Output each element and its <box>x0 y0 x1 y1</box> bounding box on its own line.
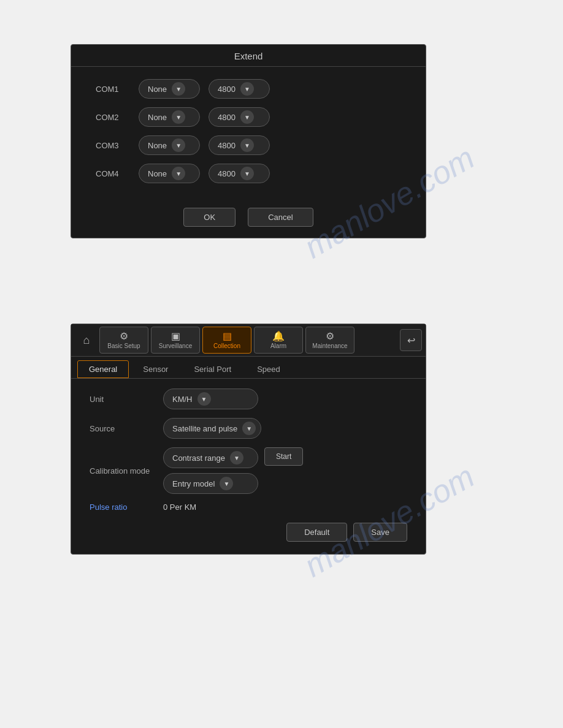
tab-alarm[interactable]: 🔔 Alarm <box>254 327 303 354</box>
pulse-row: Pulse ratio 0 Per KM <box>90 502 407 512</box>
tab-surveillance[interactable]: ▣ Surveillance <box>151 327 200 354</box>
com2-type-value: None <box>148 113 167 122</box>
home-icon: ⌂ <box>83 334 90 347</box>
ok-button[interactable]: OK <box>183 208 236 227</box>
toolbar: ⌂ ⚙ Basic Setup ▣ Surveillance ▤ Collect… <box>71 324 426 357</box>
subtab-general[interactable]: General <box>77 360 129 378</box>
collection-content: Unit KM/H ▼ Source Satellite and pulse ▼… <box>71 379 426 554</box>
extend-dialog: Extend COM1 None ▼ 4800 ▼ COM2 None ▼ 48… <box>71 44 426 238</box>
save-button[interactable]: Save <box>353 523 407 542</box>
com4-label: COM4 <box>96 169 139 178</box>
basic-setup-icon: ⚙ <box>120 332 128 341</box>
calibration-row: Calibration mode Contrast range ▼ Entry … <box>90 447 407 494</box>
source-dropdown[interactable]: Satellite and pulse ▼ <box>163 418 261 439</box>
com2-baud-value: 4800 <box>218 113 236 122</box>
com4-baud-arrow: ▼ <box>240 167 254 180</box>
surveillance-label: Surveillance <box>159 343 192 349</box>
collection-label: Collection <box>213 343 240 349</box>
extend-title: Extend <box>71 45 426 67</box>
com4-baud-value: 4800 <box>218 169 236 178</box>
com2-type-arrow: ▼ <box>172 110 185 124</box>
com2-baud-dropdown[interactable]: 4800 ▼ <box>209 107 270 127</box>
extend-footer: OK Cancel <box>71 202 426 238</box>
unit-arrow: ▼ <box>197 392 211 406</box>
source-value: Satellite and pulse <box>172 424 237 433</box>
extend-body: COM1 None ▼ 4800 ▼ COM2 None ▼ 4800 ▼ <box>71 67 426 202</box>
back-icon: ↩ <box>407 335 415 346</box>
cancel-button[interactable]: Cancel <box>248 208 313 227</box>
subtab-serial-port[interactable]: Serial Port <box>182 360 243 378</box>
subtab-sensor[interactable]: Sensor <box>131 360 180 378</box>
alarm-icon: 🔔 <box>272 332 285 341</box>
com1-type-dropdown[interactable]: None ▼ <box>139 79 200 99</box>
pulse-value: 0 Per KM <box>163 502 196 512</box>
start-button[interactable]: Start <box>264 447 303 466</box>
calibration-label: Calibration mode <box>90 466 163 476</box>
calibration-dropdowns: Contrast range ▼ Entry model ▼ <box>163 447 258 494</box>
com3-baud-arrow: ▼ <box>240 138 254 152</box>
tab-basic-setup[interactable]: ⚙ Basic Setup <box>99 327 148 354</box>
com3-type-arrow: ▼ <box>172 138 185 152</box>
subtab-speed[interactable]: Speed <box>245 360 292 378</box>
tab-maintenance[interactable]: ⚙ Maintenance <box>305 327 354 354</box>
calibration-value2: Entry model <box>172 479 215 488</box>
com3-baud-dropdown[interactable]: 4800 ▼ <box>209 135 270 155</box>
source-label: Source <box>90 424 163 433</box>
calibration-inner: Contrast range ▼ Entry model ▼ Start <box>163 447 303 494</box>
default-button[interactable]: Default <box>286 523 347 542</box>
com2-label: COM2 <box>96 113 139 122</box>
com1-type-arrow: ▼ <box>172 82 185 96</box>
unit-dropdown[interactable]: KM/H ▼ <box>163 389 258 409</box>
surveillance-icon: ▣ <box>171 332 180 341</box>
com1-label: COM1 <box>96 85 139 94</box>
alarm-label: Alarm <box>270 343 286 349</box>
com3-baud-value: 4800 <box>218 141 236 150</box>
calibration-value1: Contrast range <box>172 453 225 463</box>
com4-type-dropdown[interactable]: None ▼ <box>139 164 200 183</box>
subtabs: General Sensor Serial Port Speed <box>71 357 426 379</box>
com1-baud-value: 4800 <box>218 85 236 94</box>
com3-row: COM3 None ▼ 4800 ▼ <box>96 135 401 155</box>
com4-type-value: None <box>148 169 167 178</box>
calibration-dropdown1[interactable]: Contrast range ▼ <box>163 447 258 468</box>
collection-panel: ⌂ ⚙ Basic Setup ▣ Surveillance ▤ Collect… <box>71 324 426 555</box>
com3-type-dropdown[interactable]: None ▼ <box>139 135 200 155</box>
com3-type-value: None <box>148 141 167 150</box>
source-arrow: ▼ <box>242 422 256 435</box>
com2-row: COM2 None ▼ 4800 ▼ <box>96 107 401 127</box>
collection-footer: Default Save <box>90 520 407 548</box>
pulse-label: Pulse ratio <box>90 502 163 512</box>
unit-label: Unit <box>90 395 163 404</box>
com2-baud-arrow: ▼ <box>240 110 254 124</box>
back-button[interactable]: ↩ <box>400 329 422 351</box>
unit-row: Unit KM/H ▼ <box>90 389 407 409</box>
unit-value: KM/H <box>172 395 193 404</box>
tab-collection[interactable]: ▤ Collection <box>202 327 251 354</box>
com4-baud-dropdown[interactable]: 4800 ▼ <box>209 164 270 183</box>
com4-row: COM4 None ▼ 4800 ▼ <box>96 164 401 183</box>
basic-setup-label: Basic Setup <box>107 343 140 349</box>
com3-label: COM3 <box>96 141 139 150</box>
calibration-arrow1: ▼ <box>230 451 243 464</box>
collection-icon: ▤ <box>223 332 232 341</box>
com1-type-value: None <box>148 85 167 94</box>
com1-baud-dropdown[interactable]: 4800 ▼ <box>209 79 270 99</box>
maintenance-icon: ⚙ <box>326 332 334 341</box>
maintenance-label: Maintenance <box>312 343 347 349</box>
home-button[interactable]: ⌂ <box>75 328 98 352</box>
calibration-dropdown2[interactable]: Entry model ▼ <box>163 473 258 494</box>
com2-type-dropdown[interactable]: None ▼ <box>139 107 200 127</box>
com1-baud-arrow: ▼ <box>240 82 254 96</box>
com1-row: COM1 None ▼ 4800 ▼ <box>96 79 401 99</box>
source-row: Source Satellite and pulse ▼ <box>90 418 407 439</box>
calibration-arrow2: ▼ <box>220 477 233 490</box>
com4-type-arrow: ▼ <box>172 167 185 180</box>
